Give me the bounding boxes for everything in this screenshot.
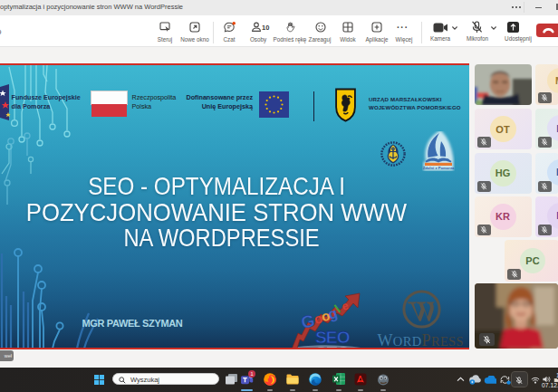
svg-text:SEO: SEO (315, 328, 350, 347)
svg-text:Zdolni z Pomorza: Zdolni z Pomorza (423, 166, 455, 170)
